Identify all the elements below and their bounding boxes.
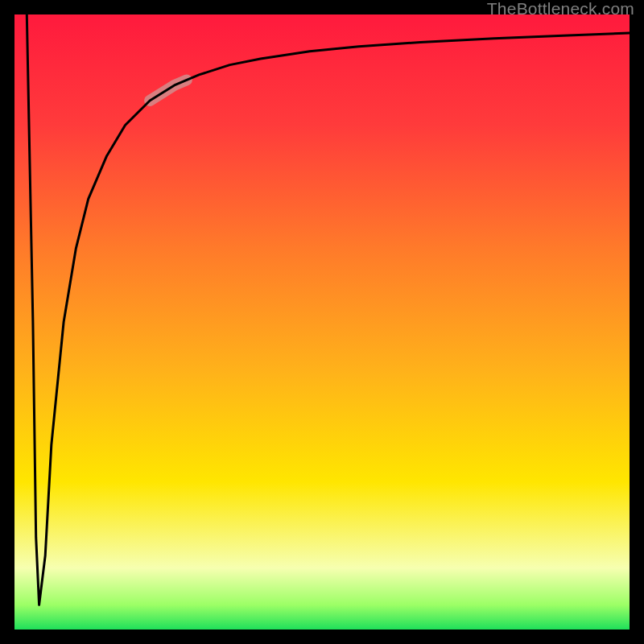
- chart-stage: TheBottleneck.com: [0, 0, 644, 644]
- plot-area: [14, 14, 630, 630]
- watermark-text: TheBottleneck.com: [487, 0, 634, 19]
- curve-highlight: [150, 80, 187, 101]
- curve-path: [27, 14, 630, 605]
- curve-layer: [14, 14, 630, 630]
